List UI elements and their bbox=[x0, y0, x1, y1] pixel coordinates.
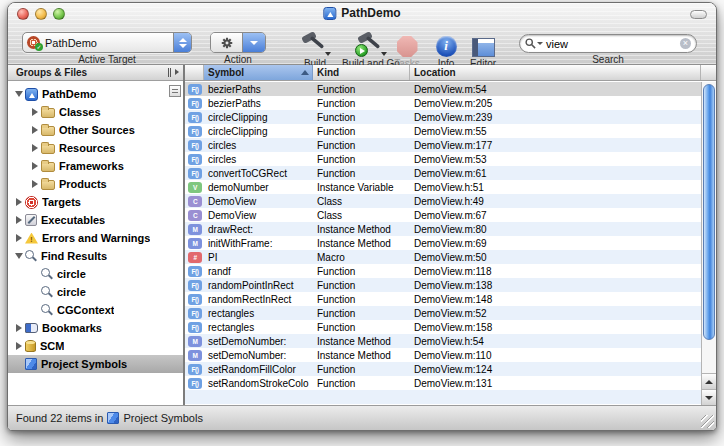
disclosure-open-icon[interactable] bbox=[12, 91, 25, 97]
sidebar-item-find-results[interactable]: Find Results bbox=[8, 247, 183, 265]
disclosure-closed-icon[interactable] bbox=[28, 126, 41, 134]
symbol-row-bezierpaths-1[interactable]: F()bezierPathsFunctionDemoView.m:54 bbox=[185, 82, 701, 96]
vertical-scrollbar[interactable] bbox=[701, 82, 716, 405]
symbol-row-pi-13[interactable]: #PIMacroDemoView.m:50 bbox=[185, 250, 701, 264]
sidebar-item-label: circle bbox=[57, 286, 86, 298]
editor-item[interactable]: Editor bbox=[461, 29, 505, 69]
sidebar-item-pathdemo[interactable]: PathDemo bbox=[8, 85, 183, 103]
symbol-row-setrandomfillcolor-21[interactable]: F()setRandomFillColorFunctionDemoView.m:… bbox=[185, 362, 701, 376]
badge-cell: F() bbox=[185, 126, 204, 137]
symbol-column-header[interactable]: Symbol bbox=[204, 65, 313, 80]
traffic-lights bbox=[17, 8, 65, 20]
icon-column-header[interactable] bbox=[185, 65, 204, 80]
sidebar-options-icon[interactable] bbox=[169, 85, 181, 97]
kind-cell: Function bbox=[313, 364, 410, 375]
disclosure-closed-icon[interactable] bbox=[12, 198, 25, 206]
symbol-row-bezierpaths-2[interactable]: F()bezierPathsFunctionDemoView.m:205 bbox=[185, 96, 701, 110]
tasks-item: Tasks bbox=[387, 29, 427, 69]
desktop: PathDemo PathDemo Active Target bbox=[0, 0, 724, 446]
symbol-row-demonumber-8[interactable]: VdemoNumberInstance VariableDemoView.h:5… bbox=[185, 180, 701, 194]
kind-column-header[interactable]: Kind bbox=[313, 65, 410, 80]
sidebar-item-circle[interactable]: circle bbox=[8, 265, 183, 283]
splitter-handle-icon[interactable] bbox=[168, 68, 179, 77]
class-badge-icon: C bbox=[188, 196, 202, 207]
sidebar-item-targets[interactable]: Targets bbox=[8, 193, 183, 211]
badge-cell: V bbox=[185, 182, 204, 193]
symbol-row-converttocgrect-7[interactable]: F()convertToCGRectFunctionDemoView.m:61 bbox=[185, 166, 701, 180]
sidebar-item-classes[interactable]: Classes bbox=[8, 103, 183, 121]
symbol-row-circleclipping-4[interactable]: F()circleClippingFunctionDemoView.m:55 bbox=[185, 124, 701, 138]
info-icon: i bbox=[436, 36, 457, 57]
sidebar-item-products[interactable]: Products bbox=[8, 175, 183, 193]
sidebar-item-bookmarks[interactable]: Bookmarks bbox=[8, 319, 183, 337]
symbol-row-rectangles-18[interactable]: F()rectanglesFunctionDemoView.m:158 bbox=[185, 320, 701, 334]
function-badge-icon: F() bbox=[188, 84, 202, 95]
sidebar-item-label: Products bbox=[59, 178, 107, 190]
sidebar-item-label: Project Symbols bbox=[41, 358, 127, 370]
kind-cell: Instance Method bbox=[313, 350, 410, 361]
symbol-row-demoview-10[interactable]: CDemoViewClassDemoView.m:67 bbox=[185, 208, 701, 222]
disclosure-closed-icon[interactable] bbox=[12, 216, 25, 224]
clear-search-icon[interactable]: × bbox=[680, 38, 691, 49]
action-button[interactable] bbox=[210, 32, 266, 53]
kind-cell: Function bbox=[313, 98, 410, 109]
badge-cell: M bbox=[185, 238, 204, 249]
gear-icon[interactable] bbox=[211, 33, 242, 52]
disclosure-closed-icon[interactable] bbox=[28, 162, 41, 170]
build-item[interactable]: Build bbox=[290, 29, 340, 69]
active-target-popup[interactable]: PathDemo bbox=[22, 32, 192, 53]
sidebar-item-scm[interactable]: SCM bbox=[8, 337, 183, 355]
symbol-row-drawrect-11[interactable]: MdrawRect:Instance MethodDemoView.m:80 bbox=[185, 222, 701, 236]
resize-grip[interactable] bbox=[701, 415, 714, 428]
location-cell: DemoView.m:50 bbox=[410, 252, 701, 263]
disclosure-closed-icon[interactable] bbox=[12, 342, 25, 350]
symbol-row-setdemonumber-20[interactable]: MsetDemoNumber:Instance MethodDemoView.m… bbox=[185, 348, 701, 362]
symbol-row-initwithframe-12[interactable]: MinitWithFrame:Instance MethodDemoView.m… bbox=[185, 236, 701, 250]
disclosure-closed-icon[interactable] bbox=[28, 108, 41, 116]
target-icon bbox=[25, 196, 38, 209]
sidebar-item-resources[interactable]: Resources bbox=[8, 139, 183, 157]
symbol-cell: drawRect: bbox=[204, 224, 313, 235]
sidebar-item-circle[interactable]: circle bbox=[8, 283, 183, 301]
minimize-button[interactable] bbox=[35, 8, 47, 20]
symbol-row-circles-5[interactable]: F()circlesFunctionDemoView.m:177 bbox=[185, 138, 701, 152]
search-input[interactable]: view × bbox=[519, 34, 697, 53]
symbol-row-setrandomstrokecolo-22[interactable]: F()setRandomStrokeColoFunctionDemoView.m… bbox=[185, 376, 701, 390]
symbol-row-randomrectinrect-16[interactable]: F()randomRectInRectFunctionDemoView.m:14… bbox=[185, 292, 701, 306]
close-button[interactable] bbox=[17, 8, 29, 20]
symbol-row-demoview-9[interactable]: CDemoViewClassDemoView.h:49 bbox=[185, 194, 701, 208]
location-cell: DemoView.m:69 bbox=[410, 238, 701, 249]
disclosure-open-icon[interactable] bbox=[12, 253, 25, 259]
kind-cell: Function bbox=[313, 168, 410, 179]
sidebar-item-cgcontext[interactable]: CGContext bbox=[8, 301, 183, 319]
sidebar-item-frameworks[interactable]: Frameworks bbox=[8, 157, 183, 175]
disclosure-closed-icon[interactable] bbox=[12, 324, 25, 332]
zoom-button[interactable] bbox=[53, 8, 65, 20]
symbol-row-randompointinrect-15[interactable]: F()randomPointInRectFunctionDemoView.m:1… bbox=[185, 278, 701, 292]
sidebar-item-executables[interactable]: Executables bbox=[8, 211, 183, 229]
sidebar-item-project-symbols[interactable]: Project Symbols bbox=[8, 355, 183, 373]
badge-cell: # bbox=[185, 252, 204, 263]
badge-cell: F() bbox=[185, 154, 204, 165]
info-item[interactable]: i Info bbox=[428, 29, 464, 69]
scroll-down-arrow-icon[interactable] bbox=[702, 389, 716, 405]
variable-badge-icon: V bbox=[188, 182, 202, 193]
symbol-row-randf-14[interactable]: F()randfFunctionDemoView.m:118 bbox=[185, 264, 701, 278]
disclosure-closed-icon[interactable] bbox=[28, 180, 41, 188]
scrollbar-thumb[interactable] bbox=[703, 84, 715, 340]
symbol-row-circles-6[interactable]: F()circlesFunctionDemoView.m:53 bbox=[185, 152, 701, 166]
sidebar-item-errors-and-warnings[interactable]: !Errors and Warnings bbox=[8, 229, 183, 247]
sidebar-item-other-sources[interactable]: Other Sources bbox=[8, 121, 183, 139]
location-column-header[interactable]: Location bbox=[410, 65, 701, 80]
toolbar-pill-button[interactable] bbox=[690, 10, 707, 19]
symbol-row-rectangles-17[interactable]: F()rectanglesFunctionDemoView.m:52 bbox=[185, 306, 701, 320]
disclosure-closed-icon[interactable] bbox=[28, 144, 41, 152]
disclosure-closed-icon[interactable] bbox=[12, 234, 25, 242]
symbol-row-circleclipping-3[interactable]: F()circleClippingFunctionDemoView.m:239 bbox=[185, 110, 701, 124]
action-menu-arrow-icon[interactable] bbox=[242, 33, 265, 52]
executable-icon bbox=[25, 214, 37, 226]
kind-cell: Instance Variable bbox=[313, 182, 410, 193]
scroll-up-arrow-icon[interactable] bbox=[702, 373, 716, 389]
titlebar[interactable]: PathDemo bbox=[8, 3, 716, 25]
symbol-row-setdemonumber-19[interactable]: MsetDemoNumber:Instance MethodDemoView.h… bbox=[185, 334, 701, 348]
